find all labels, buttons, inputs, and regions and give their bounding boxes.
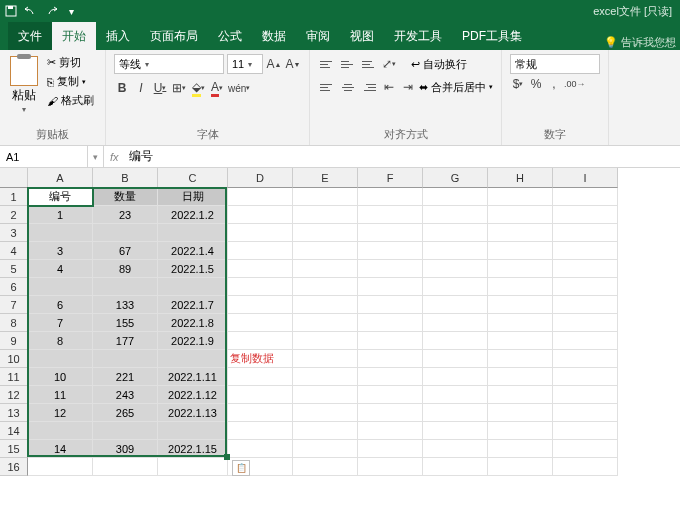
cell[interactable]: [28, 350, 93, 368]
cell[interactable]: [158, 422, 228, 440]
cell[interactable]: [488, 350, 553, 368]
cell[interactable]: [358, 260, 423, 278]
cell[interactable]: 2022.1.13: [158, 404, 228, 422]
row-header[interactable]: 10: [0, 350, 28, 368]
cell[interactable]: [293, 350, 358, 368]
column-header-G[interactable]: G: [423, 168, 488, 188]
cell[interactable]: [358, 422, 423, 440]
cell[interactable]: 2022.1.2: [158, 206, 228, 224]
cell[interactable]: [553, 368, 618, 386]
cell[interactable]: [488, 314, 553, 332]
cell[interactable]: [293, 368, 358, 386]
cell[interactable]: [228, 188, 293, 206]
cell[interactable]: [293, 224, 358, 242]
cell[interactable]: [488, 458, 553, 476]
cell[interactable]: [423, 422, 488, 440]
cell[interactable]: [93, 458, 158, 476]
cell[interactable]: [293, 206, 358, 224]
save-icon[interactable]: [4, 4, 18, 18]
cell[interactable]: [423, 278, 488, 296]
tab-review[interactable]: 审阅: [296, 22, 340, 50]
row-header[interactable]: 7: [0, 296, 28, 314]
wrap-text-button[interactable]: ↩自动换行: [411, 57, 467, 72]
tell-me[interactable]: 💡告诉我您想: [604, 35, 680, 50]
cell[interactable]: [423, 188, 488, 206]
cell[interactable]: [488, 422, 553, 440]
copy-button[interactable]: ⎘复制▾: [44, 73, 97, 90]
cell[interactable]: [228, 422, 293, 440]
row-header[interactable]: 14: [0, 422, 28, 440]
cell[interactable]: [553, 440, 618, 458]
row-header[interactable]: 1: [0, 188, 28, 206]
cell[interactable]: [423, 404, 488, 422]
cell[interactable]: [358, 206, 423, 224]
underline-button[interactable]: U▾: [152, 78, 168, 98]
cell[interactable]: [293, 188, 358, 206]
cell[interactable]: [228, 206, 293, 224]
cell[interactable]: [293, 332, 358, 350]
cell[interactable]: [423, 350, 488, 368]
cell[interactable]: [358, 458, 423, 476]
cell[interactable]: [423, 206, 488, 224]
orientation-button[interactable]: ⤢▾: [381, 54, 397, 74]
cell[interactable]: 2022.1.12: [158, 386, 228, 404]
annotation-text[interactable]: 复制数据: [228, 350, 293, 368]
cell[interactable]: [293, 242, 358, 260]
font-family-select[interactable]: 等线▾: [114, 54, 224, 74]
cell[interactable]: [553, 404, 618, 422]
align-center-button[interactable]: [339, 79, 357, 95]
column-header-H[interactable]: H: [488, 168, 553, 188]
cell[interactable]: [358, 404, 423, 422]
cell[interactable]: [423, 332, 488, 350]
cell[interactable]: [553, 242, 618, 260]
undo-icon[interactable]: [24, 4, 38, 18]
cell[interactable]: [293, 404, 358, 422]
increase-decimal-button[interactable]: .00→: [564, 74, 586, 94]
cell[interactable]: [228, 278, 293, 296]
tab-formulas[interactable]: 公式: [208, 22, 252, 50]
cell[interactable]: [488, 278, 553, 296]
cell[interactable]: [553, 260, 618, 278]
column-header-I[interactable]: I: [553, 168, 618, 188]
cell[interactable]: [93, 224, 158, 242]
cell[interactable]: [228, 314, 293, 332]
cell[interactable]: [488, 188, 553, 206]
cell[interactable]: 2022.1.9: [158, 332, 228, 350]
cell[interactable]: 2022.1.11: [158, 368, 228, 386]
cell[interactable]: [228, 296, 293, 314]
cell[interactable]: 89: [93, 260, 158, 278]
cell[interactable]: [488, 206, 553, 224]
row-header[interactable]: 13: [0, 404, 28, 422]
cell[interactable]: [488, 386, 553, 404]
cell[interactable]: [423, 242, 488, 260]
cell[interactable]: [358, 386, 423, 404]
cell[interactable]: [293, 260, 358, 278]
tab-insert[interactable]: 插入: [96, 22, 140, 50]
redo-icon[interactable]: [44, 4, 58, 18]
row-header[interactable]: 6: [0, 278, 28, 296]
align-top-button[interactable]: [318, 56, 336, 72]
cell[interactable]: 2022.1.7: [158, 296, 228, 314]
cell[interactable]: [228, 242, 293, 260]
cut-button[interactable]: ✂剪切: [44, 54, 97, 71]
fill-color-button[interactable]: ⬙▾: [190, 78, 206, 98]
cell[interactable]: [358, 224, 423, 242]
cell[interactable]: [293, 314, 358, 332]
increase-font-button[interactable]: A▲: [266, 54, 282, 74]
font-size-select[interactable]: 11▾: [227, 54, 263, 74]
cell[interactable]: [553, 224, 618, 242]
align-right-button[interactable]: [360, 79, 378, 95]
border-button[interactable]: ⊞▾: [171, 78, 187, 98]
row-header[interactable]: 3: [0, 224, 28, 242]
cell[interactable]: [423, 296, 488, 314]
cell[interactable]: [488, 242, 553, 260]
cell[interactable]: [423, 458, 488, 476]
cell[interactable]: [358, 278, 423, 296]
cell[interactable]: [228, 368, 293, 386]
cell[interactable]: 2022.1.8: [158, 314, 228, 332]
cell[interactable]: [553, 332, 618, 350]
cell[interactable]: 1: [28, 206, 93, 224]
align-middle-button[interactable]: [339, 56, 357, 72]
paste-button[interactable]: 粘贴 ▾: [8, 54, 40, 116]
cell[interactable]: [28, 422, 93, 440]
